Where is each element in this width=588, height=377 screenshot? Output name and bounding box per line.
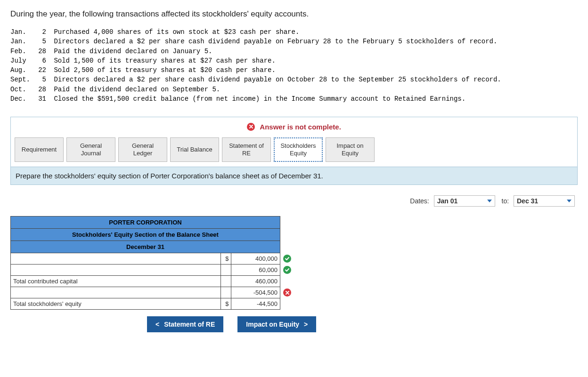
sheet-row: -504,500: [11, 287, 293, 298]
chevron-down-icon: [487, 200, 492, 202]
answer-region: Answer is not complete. Requirement Gene…: [10, 117, 578, 185]
next-label: Impact on Equity: [246, 321, 299, 328]
sheet-row: Total stockholders' equity$-44,500: [11, 298, 293, 310]
intro-text: During the year, the following transacti…: [10, 9, 578, 19]
row-currency: $: [220, 253, 231, 265]
prev-label: Statement of RE: [164, 321, 215, 328]
sheet-row: Total contributed capital460,000: [11, 276, 293, 287]
date-to-value: Dec 31: [517, 197, 538, 205]
row-desc[interactable]: Total stockholders' equity: [11, 298, 221, 310]
transaction-row: Jan.5 Directors declared a $2 per share …: [10, 37, 578, 46]
row-mark: [280, 298, 293, 310]
transaction-row: Aug.22 Sold 2,500 of its treasury shares…: [10, 65, 578, 75]
tab-general-ledger[interactable]: General Ledger: [118, 137, 167, 162]
instruction-text: Prepare the stockholders' equity section…: [11, 167, 577, 184]
transaction-row: Oct.28 Paid the dividend declared on Sep…: [10, 85, 578, 94]
transaction-row: July6 Sold 1,500 of its treasury shares …: [10, 56, 578, 65]
sheet-company: PORTER CORPORATION: [11, 217, 280, 229]
tab-row: Requirement General Journal General Ledg…: [11, 137, 577, 167]
check-icon: [283, 266, 291, 274]
transaction-row: Dec.31 Closed the $591,500 credit balanc…: [10, 94, 578, 104]
row-amount[interactable]: -504,500: [231, 287, 280, 298]
answer-banner: Answer is not complete.: [11, 117, 577, 137]
chevron-right-icon: >: [304, 321, 308, 328]
transaction-row: Feb.28 Paid the dividend declared on Jan…: [10, 47, 578, 56]
chevron-left-icon: <: [155, 321, 159, 328]
row-amount[interactable]: -44,500: [231, 298, 280, 310]
date-from-value: Jan 01: [437, 197, 458, 205]
row-mark: [280, 276, 293, 287]
date-to-select[interactable]: Dec 31: [514, 195, 575, 207]
row-desc[interactable]: [11, 287, 221, 298]
sheet-row: $400,000: [11, 253, 293, 265]
sheet-asof: December 31: [11, 241, 280, 253]
tab-general-journal[interactable]: General Journal: [66, 137, 115, 162]
x-icon: [283, 289, 291, 297]
transactions-list: Jan.2 Purchased 4,000 shares of its own …: [10, 27, 578, 104]
row-amount[interactable]: 460,000: [231, 276, 280, 287]
row-desc[interactable]: Total contributed capital: [11, 276, 221, 287]
dates-label: Dates:: [410, 197, 429, 205]
check-icon: [283, 255, 291, 263]
row-currency: [220, 265, 231, 276]
row-desc[interactable]: [11, 253, 221, 265]
sheet-row: 60,000: [11, 265, 293, 276]
tab-trial-balance[interactable]: Trial Balance: [170, 137, 219, 162]
row-currency: [220, 276, 231, 287]
date-from-select[interactable]: Jan 01: [434, 195, 495, 207]
prev-button[interactable]: < Statement of RE: [147, 316, 223, 332]
row-mark: [280, 253, 293, 265]
error-icon: [247, 123, 255, 131]
nav-buttons: < Statement of RE Impact on Equity >: [147, 316, 578, 332]
row-currency: $: [220, 298, 231, 310]
banner-text: Answer is not complete.: [260, 123, 341, 131]
row-currency: [220, 287, 231, 298]
transaction-row: Sept.5 Directors declared a $2 per share…: [10, 75, 578, 84]
row-mark: [280, 287, 293, 298]
row-mark: [280, 265, 293, 276]
row-amount[interactable]: 400,000: [231, 253, 280, 265]
tab-requirement[interactable]: Requirement: [15, 137, 64, 162]
chevron-down-icon: [567, 200, 572, 202]
dates-to-label: to:: [502, 197, 509, 205]
next-button[interactable]: Impact on Equity >: [237, 316, 316, 332]
equity-sheet: PORTER CORPORATION Stockholders' Equity …: [10, 216, 293, 310]
tab-stockholders-equity[interactable]: Stockholders Equity: [274, 137, 323, 162]
tab-impact-equity[interactable]: Impact on Equity: [326, 137, 375, 162]
row-desc[interactable]: [11, 265, 221, 276]
tab-statement-re[interactable]: Statement of RE: [222, 137, 271, 162]
date-row: Dates: Jan 01 to: Dec 31: [10, 193, 578, 207]
row-amount[interactable]: 60,000: [231, 265, 280, 276]
sheet-title: Stockholders' Equity Section of the Bala…: [11, 229, 280, 241]
transaction-row: Jan.2 Purchased 4,000 shares of its own …: [10, 27, 578, 37]
